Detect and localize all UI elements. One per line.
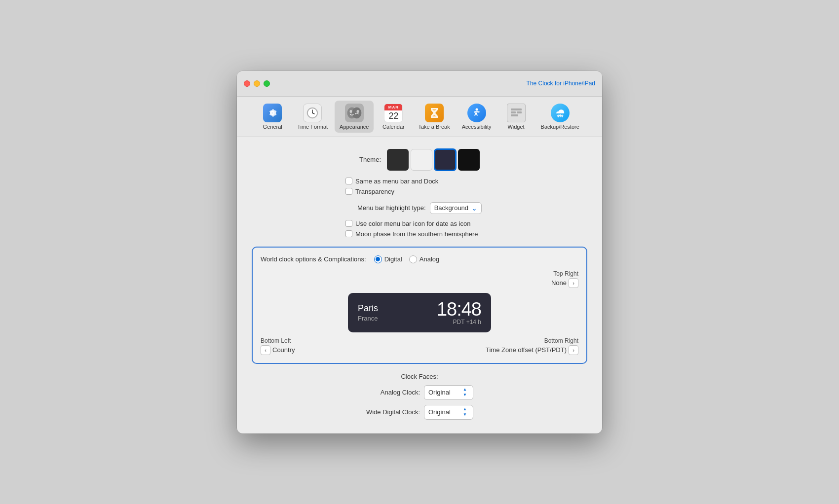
moon-phase-label: Moon phase from the southern hemisphere xyxy=(355,230,478,238)
top-right-section: Top Right None › xyxy=(496,270,578,288)
analog-clock-label: Analog Clock: xyxy=(366,389,420,396)
bottom-controls: Bottom Left ‹ Country Bottom Right Time … xyxy=(261,337,578,355)
tab-accessibility[interactable]: Accessibility xyxy=(457,101,496,133)
tab-widget[interactable]: Widget xyxy=(498,101,534,133)
clock-city-country: France xyxy=(358,315,378,322)
same-as-menu-bar-checkbox-box[interactable] xyxy=(345,178,352,184)
tab-break-label: Take a Break xyxy=(418,124,450,130)
wide-digital-clock-row: Wide Digital Clock: Original ▲ ▼ xyxy=(366,405,473,420)
tab-general[interactable]: General xyxy=(255,101,290,133)
display-mode-radio-group: Digital Analog xyxy=(374,255,440,263)
clock-time: 18:48 xyxy=(437,300,481,319)
svg-rect-11 xyxy=(511,111,516,113)
extra-checkboxes: Use color menu bar icon for date as icon… xyxy=(345,220,587,238)
moon-phase-checkbox[interactable]: Moon phase from the southern hemisphere xyxy=(345,230,478,238)
clock-time-section: 18:48 PDT +14 h xyxy=(437,300,481,325)
cloud-icon xyxy=(551,104,570,122)
tab-general-label: General xyxy=(263,124,282,130)
clock-timezone: PDT +14 h xyxy=(437,319,481,325)
bottom-right-value-row: Time Zone offset (PST/PDT) › xyxy=(486,345,578,355)
wide-digital-clock-stepper: ▲ ▼ xyxy=(461,407,469,418)
tab-backup[interactable]: Backup/Restore xyxy=(536,101,584,133)
theme-label: Theme: xyxy=(359,156,381,163)
calendar-icon: MAR 22 xyxy=(384,104,403,122)
clock-display-wrapper: Paris France 18:48 PDT +14 h xyxy=(348,293,491,332)
theme-swatch-black[interactable] xyxy=(458,149,480,171)
minimize-button[interactable] xyxy=(254,80,260,87)
world-clock-title: World clock options & Complications: xyxy=(261,255,366,263)
digital-label: Digital xyxy=(384,255,402,263)
main-content: Theme: Same as menu bar and Dock Transpa… xyxy=(237,137,602,433)
svg-rect-10 xyxy=(511,108,522,110)
analog-stepper-up[interactable]: ▲ xyxy=(461,387,469,393)
bottom-left-label: Bottom Left xyxy=(261,337,291,344)
calendar-day: 22 xyxy=(388,111,398,121)
same-as-menu-bar-checkbox[interactable]: Same as menu bar and Dock xyxy=(345,178,438,185)
svg-point-9 xyxy=(475,108,478,110)
title-bar: The Clock for iPhone/iPad xyxy=(237,71,602,97)
wide-digital-stepper-up[interactable]: ▲ xyxy=(461,407,469,412)
clock-display: Paris France 18:48 PDT +14 h xyxy=(348,293,491,332)
color-menu-bar-checkbox[interactable]: Use color menu bar icon for date as icon xyxy=(345,220,470,227)
digital-radio[interactable]: Digital xyxy=(374,255,402,263)
tab-timeformat[interactable]: Time Format xyxy=(292,101,333,133)
top-right-value-row: None › xyxy=(551,278,578,288)
svg-point-7 xyxy=(349,110,352,113)
transparency-checkbox-box[interactable] xyxy=(345,188,352,195)
bottom-right-section: Bottom Right Time Zone offset (PST/PDT) … xyxy=(486,337,578,355)
menubar-row: Menu bar highlight type: Background ⌄ xyxy=(252,202,587,214)
menubar-highlight-value: Background xyxy=(434,204,468,212)
wide-digital-clock-dropdown[interactable]: Original ▲ ▼ xyxy=(424,405,473,420)
chevron-down-icon: ⌄ xyxy=(471,204,477,212)
transparency-checkbox[interactable]: Transparency xyxy=(345,188,394,195)
bottom-left-prev-arrow[interactable]: ‹ xyxy=(261,345,270,355)
theme-row: Theme: xyxy=(252,149,587,171)
tab-accessibility-label: Accessibility xyxy=(462,124,492,130)
analog-label: Analog xyxy=(420,255,439,263)
wide-digital-clock-label: Wide Digital Clock: xyxy=(366,408,420,416)
clock-city-info: Paris France xyxy=(358,303,378,322)
clock-layout-grid: Top Right None › Paris France 18:4 xyxy=(261,270,578,355)
mask-icon xyxy=(345,104,364,122)
svg-point-4 xyxy=(312,112,313,113)
top-right-next-arrow[interactable]: › xyxy=(569,278,578,288)
menubar-highlight-dropdown[interactable]: Background ⌄ xyxy=(430,202,482,214)
iphone-ipad-link[interactable]: The Clock for iPhone/iPad xyxy=(527,80,595,87)
analog-clock-dropdown[interactable]: Original ▲ ▼ xyxy=(424,385,473,400)
close-button[interactable] xyxy=(244,80,250,87)
color-menu-bar-checkbox-box[interactable] xyxy=(345,220,352,227)
bottom-left-value: Country xyxy=(272,346,295,354)
world-clock-box: World clock options & Complications: Dig… xyxy=(252,247,587,364)
app-window: The Clock for iPhone/iPad General xyxy=(237,71,602,433)
menubar-highlight-label: Menu bar highlight type: xyxy=(357,204,426,212)
top-right-label: Top Right xyxy=(553,270,578,277)
tab-appearance-label: Appearance xyxy=(340,124,369,130)
tab-calendar-label: Calendar xyxy=(382,124,405,130)
bottom-right-next-arrow[interactable]: › xyxy=(569,345,578,355)
color-menu-bar-label: Use color menu bar icon for date as icon xyxy=(355,220,470,227)
clock-city-name: Paris xyxy=(358,303,378,314)
bottom-right-value: Time Zone offset (PST/PDT) xyxy=(486,346,567,354)
digital-radio-inner xyxy=(376,257,380,261)
tab-calendar[interactable]: MAR 22 Calendar xyxy=(376,101,411,133)
theme-swatch-dark[interactable] xyxy=(387,149,409,171)
traffic-lights xyxy=(244,80,270,87)
wide-digital-stepper-down[interactable]: ▼ xyxy=(461,412,469,418)
analog-clock-row: Analog Clock: Original ▲ ▼ xyxy=(366,385,473,400)
analog-radio-button[interactable] xyxy=(409,255,417,263)
tab-appearance[interactable]: Appearance xyxy=(335,101,374,133)
clock-faces-title: Clock Faces: xyxy=(401,373,438,380)
hourglass-icon xyxy=(425,104,444,122)
theme-swatch-light[interactable] xyxy=(411,149,432,171)
theme-swatches xyxy=(387,149,480,171)
analog-stepper-down[interactable]: ▼ xyxy=(461,393,469,398)
digital-radio-button[interactable] xyxy=(374,255,382,263)
tab-break[interactable]: Take a Break xyxy=(413,101,455,133)
analog-radio[interactable]: Analog xyxy=(409,255,439,263)
same-as-menu-bar-label: Same as menu bar and Dock xyxy=(355,178,438,185)
theme-swatch-dark-selected[interactable] xyxy=(434,149,456,171)
maximize-button[interactable] xyxy=(264,80,270,87)
moon-phase-checkbox-box[interactable] xyxy=(345,230,352,237)
gear-icon xyxy=(263,104,282,122)
svg-rect-12 xyxy=(517,111,522,113)
